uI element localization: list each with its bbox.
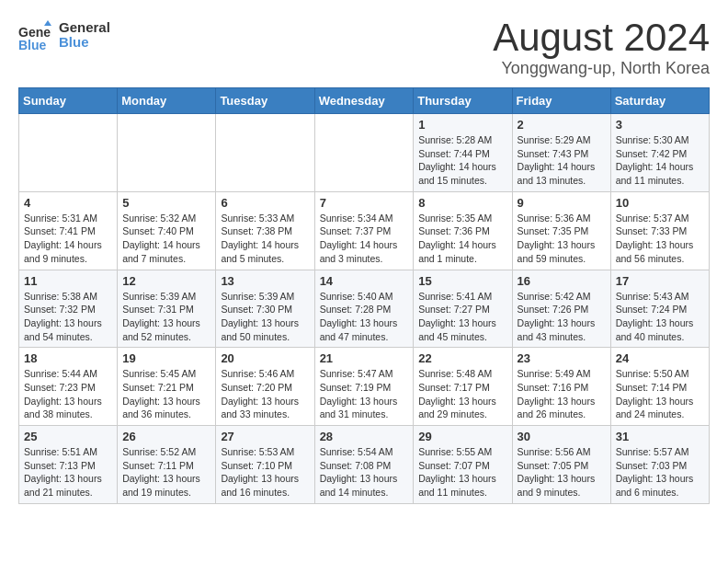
day-info: Sunrise: 5:44 AM Sunset: 7:23 PM Dayligh… bbox=[24, 367, 112, 421]
day-number: 31 bbox=[616, 430, 704, 443]
calendar-week-4: 25Sunrise: 5:51 AM Sunset: 7:13 PM Dayli… bbox=[19, 426, 710, 504]
day-number: 20 bbox=[221, 351, 309, 365]
calendar-cell: 10Sunrise: 5:37 AM Sunset: 7:33 PM Dayli… bbox=[610, 191, 709, 270]
calendar-cell bbox=[216, 114, 314, 192]
weekday-header-thursday: Thursday bbox=[414, 88, 512, 114]
day-info: Sunrise: 5:35 AM Sunset: 7:36 PM Dayligh… bbox=[418, 212, 506, 266]
day-number: 9 bbox=[518, 196, 606, 210]
calendar-cell: 23Sunrise: 5:49 AM Sunset: 7:16 PM Dayli… bbox=[512, 348, 610, 426]
logo: General Blue General Blue bbox=[18, 18, 110, 52]
day-number: 12 bbox=[122, 274, 210, 288]
day-number: 15 bbox=[418, 274, 506, 288]
calendar-cell: 17Sunrise: 5:43 AM Sunset: 7:24 PM Dayli… bbox=[610, 270, 709, 348]
calendar-cell: 7Sunrise: 5:34 AM Sunset: 7:37 PM Daylig… bbox=[314, 191, 414, 270]
calendar-cell: 15Sunrise: 5:41 AM Sunset: 7:27 PM Dayli… bbox=[414, 270, 512, 348]
calendar-cell: 19Sunrise: 5:45 AM Sunset: 7:21 PM Dayli… bbox=[118, 348, 216, 426]
day-number: 5 bbox=[122, 196, 210, 210]
calendar-cell: 14Sunrise: 5:40 AM Sunset: 7:28 PM Dayli… bbox=[314, 270, 414, 348]
day-info: Sunrise: 5:28 AM Sunset: 7:44 PM Dayligh… bbox=[418, 133, 506, 188]
weekday-header-wednesday: Wednesday bbox=[314, 88, 414, 114]
month-title: August 2024 bbox=[493, 18, 710, 57]
day-number: 13 bbox=[221, 274, 309, 288]
day-number: 4 bbox=[24, 196, 112, 210]
calendar-cell: 5Sunrise: 5:32 AM Sunset: 7:40 PM Daylig… bbox=[118, 191, 216, 270]
calendar-cell: 6Sunrise: 5:33 AM Sunset: 7:38 PM Daylig… bbox=[216, 191, 314, 270]
day-number: 22 bbox=[418, 351, 506, 365]
day-info: Sunrise: 5:45 AM Sunset: 7:21 PM Dayligh… bbox=[122, 367, 210, 421]
day-number: 2 bbox=[518, 118, 606, 132]
day-number: 23 bbox=[518, 351, 606, 365]
calendar-cell: 26Sunrise: 5:52 AM Sunset: 7:11 PM Dayli… bbox=[118, 426, 216, 504]
day-info: Sunrise: 5:51 AM Sunset: 7:13 PM Dayligh… bbox=[24, 445, 112, 500]
svg-marker-2 bbox=[44, 20, 51, 26]
day-info: Sunrise: 5:55 AM Sunset: 7:07 PM Dayligh… bbox=[418, 445, 506, 500]
calendar-cell: 30Sunrise: 5:56 AM Sunset: 7:05 PM Dayli… bbox=[512, 426, 610, 504]
calendar-week-3: 18Sunrise: 5:44 AM Sunset: 7:23 PM Dayli… bbox=[19, 348, 710, 426]
day-info: Sunrise: 5:42 AM Sunset: 7:26 PM Dayligh… bbox=[518, 290, 606, 344]
day-info: Sunrise: 5:39 AM Sunset: 7:30 PM Dayligh… bbox=[221, 290, 309, 344]
day-number: 18 bbox=[24, 351, 112, 365]
calendar-table: SundayMondayTuesdayWednesdayThursdayFrid… bbox=[18, 87, 710, 504]
day-info: Sunrise: 5:30 AM Sunset: 7:42 PM Dayligh… bbox=[616, 133, 704, 188]
calendar-cell: 11Sunrise: 5:38 AM Sunset: 7:32 PM Dayli… bbox=[19, 270, 118, 348]
location-title: Yonggwang-up, North Korea bbox=[493, 59, 710, 78]
title-block: August 2024 Yonggwang-up, North Korea bbox=[493, 18, 710, 78]
day-info: Sunrise: 5:52 AM Sunset: 7:11 PM Dayligh… bbox=[122, 445, 210, 500]
calendar-week-1: 4Sunrise: 5:31 AM Sunset: 7:41 PM Daylig… bbox=[19, 191, 710, 270]
calendar-cell bbox=[118, 114, 216, 192]
calendar-cell: 3Sunrise: 5:30 AM Sunset: 7:42 PM Daylig… bbox=[610, 114, 709, 192]
day-number: 10 bbox=[616, 196, 704, 210]
day-number: 11 bbox=[24, 274, 112, 288]
day-info: Sunrise: 5:50 AM Sunset: 7:14 PM Dayligh… bbox=[616, 367, 704, 421]
logo-blue: Blue bbox=[59, 35, 110, 51]
calendar-cell: 31Sunrise: 5:57 AM Sunset: 7:03 PM Dayli… bbox=[610, 426, 709, 504]
calendar-cell: 20Sunrise: 5:46 AM Sunset: 7:20 PM Dayli… bbox=[216, 348, 314, 426]
day-number: 25 bbox=[24, 430, 112, 443]
calendar-cell: 28Sunrise: 5:54 AM Sunset: 7:08 PM Dayli… bbox=[314, 426, 414, 504]
day-info: Sunrise: 5:43 AM Sunset: 7:24 PM Dayligh… bbox=[616, 290, 704, 344]
calendar-cell: 13Sunrise: 5:39 AM Sunset: 7:30 PM Dayli… bbox=[216, 270, 314, 348]
calendar-week-2: 11Sunrise: 5:38 AM Sunset: 7:32 PM Dayli… bbox=[19, 270, 710, 348]
calendar-cell: 8Sunrise: 5:35 AM Sunset: 7:36 PM Daylig… bbox=[414, 191, 512, 270]
day-info: Sunrise: 5:34 AM Sunset: 7:37 PM Dayligh… bbox=[320, 212, 409, 266]
day-number: 29 bbox=[418, 430, 506, 443]
day-number: 28 bbox=[320, 430, 409, 443]
calendar-cell: 25Sunrise: 5:51 AM Sunset: 7:13 PM Dayli… bbox=[19, 426, 118, 504]
logo-icon: General Blue bbox=[18, 18, 51, 52]
day-info: Sunrise: 5:49 AM Sunset: 7:16 PM Dayligh… bbox=[518, 367, 606, 421]
day-info: Sunrise: 5:46 AM Sunset: 7:20 PM Dayligh… bbox=[221, 367, 309, 421]
calendar-cell: 22Sunrise: 5:48 AM Sunset: 7:17 PM Dayli… bbox=[414, 348, 512, 426]
day-number: 24 bbox=[616, 351, 704, 365]
day-info: Sunrise: 5:37 AM Sunset: 7:33 PM Dayligh… bbox=[616, 212, 704, 266]
weekday-header-sunday: Sunday bbox=[19, 88, 118, 114]
calendar-cell: 1Sunrise: 5:28 AM Sunset: 7:44 PM Daylig… bbox=[414, 114, 512, 192]
day-info: Sunrise: 5:40 AM Sunset: 7:28 PM Dayligh… bbox=[320, 290, 409, 344]
day-number: 8 bbox=[418, 196, 506, 210]
day-info: Sunrise: 5:57 AM Sunset: 7:03 PM Dayligh… bbox=[616, 445, 704, 500]
calendar-cell: 21Sunrise: 5:47 AM Sunset: 7:19 PM Dayli… bbox=[314, 348, 414, 426]
calendar-week-0: 1Sunrise: 5:28 AM Sunset: 7:44 PM Daylig… bbox=[19, 114, 710, 192]
svg-text:Blue: Blue bbox=[18, 38, 47, 52]
day-number: 17 bbox=[616, 274, 704, 288]
day-number: 27 bbox=[221, 430, 309, 443]
day-info: Sunrise: 5:36 AM Sunset: 7:35 PM Dayligh… bbox=[518, 212, 606, 266]
day-info: Sunrise: 5:33 AM Sunset: 7:38 PM Dayligh… bbox=[221, 212, 309, 266]
day-info: Sunrise: 5:39 AM Sunset: 7:31 PM Dayligh… bbox=[122, 290, 210, 344]
calendar-cell: 24Sunrise: 5:50 AM Sunset: 7:14 PM Dayli… bbox=[610, 348, 709, 426]
day-number: 16 bbox=[518, 274, 606, 288]
day-info: Sunrise: 5:53 AM Sunset: 7:10 PM Dayligh… bbox=[221, 445, 309, 500]
calendar-cell: 9Sunrise: 5:36 AM Sunset: 7:35 PM Daylig… bbox=[512, 191, 610, 270]
calendar-cell bbox=[19, 114, 118, 192]
day-number: 26 bbox=[122, 430, 210, 443]
calendar-cell: 27Sunrise: 5:53 AM Sunset: 7:10 PM Dayli… bbox=[216, 426, 314, 504]
calendar-cell bbox=[314, 114, 414, 192]
calendar-cell: 16Sunrise: 5:42 AM Sunset: 7:26 PM Dayli… bbox=[512, 270, 610, 348]
weekday-header-row: SundayMondayTuesdayWednesdayThursdayFrid… bbox=[19, 88, 710, 114]
day-number: 3 bbox=[616, 118, 704, 132]
day-info: Sunrise: 5:48 AM Sunset: 7:17 PM Dayligh… bbox=[418, 367, 506, 421]
day-info: Sunrise: 5:38 AM Sunset: 7:32 PM Dayligh… bbox=[24, 290, 112, 344]
day-info: Sunrise: 5:56 AM Sunset: 7:05 PM Dayligh… bbox=[518, 445, 606, 500]
calendar-cell: 29Sunrise: 5:55 AM Sunset: 7:07 PM Dayli… bbox=[414, 426, 512, 504]
day-number: 6 bbox=[221, 196, 309, 210]
calendar-cell: 2Sunrise: 5:29 AM Sunset: 7:43 PM Daylig… bbox=[512, 114, 610, 192]
